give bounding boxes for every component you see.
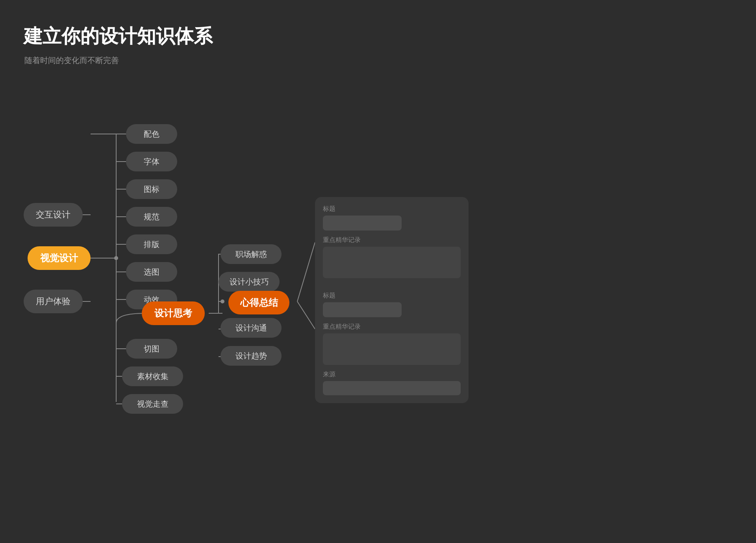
- node-image[interactable]: 选图: [126, 262, 177, 282]
- node-icon[interactable]: 图标: [126, 179, 177, 199]
- card2-title-bar: [323, 302, 402, 317]
- card2-body-bar: [323, 333, 461, 365]
- node-slice[interactable]: 切图: [126, 339, 177, 359]
- card2-title-label: 标题: [323, 292, 461, 300]
- card1-body-bar: [323, 247, 461, 278]
- node-audit[interactable]: 视觉走查: [122, 394, 183, 414]
- card1-body-label: 重点精华记录: [323, 236, 461, 244]
- node-color[interactable]: 配色: [126, 124, 177, 144]
- card2-source-bar: [323, 381, 461, 395]
- card1-title-bar: [323, 216, 402, 231]
- info-card-2: 标题 重点精华记录 来源: [315, 284, 469, 403]
- node-trend[interactable]: 设计趋势: [220, 346, 282, 366]
- card2-source-label: 来源: [323, 370, 461, 379]
- node-material[interactable]: 素材收集: [122, 366, 183, 386]
- node-font[interactable]: 字体: [126, 152, 177, 171]
- node-interaction[interactable]: 交互设计: [24, 203, 83, 227]
- page-title: 建立你的设计知识体系: [24, 24, 213, 49]
- svg-line-22: [297, 301, 315, 329]
- node-communication[interactable]: 设计沟通: [220, 318, 282, 338]
- node-spec[interactable]: 规范: [126, 207, 177, 227]
- node-ux[interactable]: 用户体验: [24, 290, 83, 313]
- node-layout[interactable]: 排版: [126, 234, 177, 254]
- card1-title-label: 标题: [323, 205, 461, 213]
- svg-line-21: [297, 242, 315, 301]
- node-visual-design[interactable]: 视觉设计: [28, 246, 91, 270]
- node-tips[interactable]: 设计小技巧: [219, 272, 280, 292]
- node-summary[interactable]: 心得总结: [228, 291, 289, 314]
- svg-point-11: [114, 256, 118, 260]
- node-workplace[interactable]: 职场解惑: [220, 244, 282, 264]
- mindmap-container: 交互设计 视觉设计 用户体验 配色 字体 图标 规范 排版 选图 动效 切图 素…: [0, 79, 756, 543]
- page-subtitle: 随着时间的变化而不断完善: [24, 55, 119, 66]
- card2-body-label: 重点精华记录: [323, 323, 461, 331]
- node-design-thinking[interactable]: 设计思考: [142, 301, 205, 325]
